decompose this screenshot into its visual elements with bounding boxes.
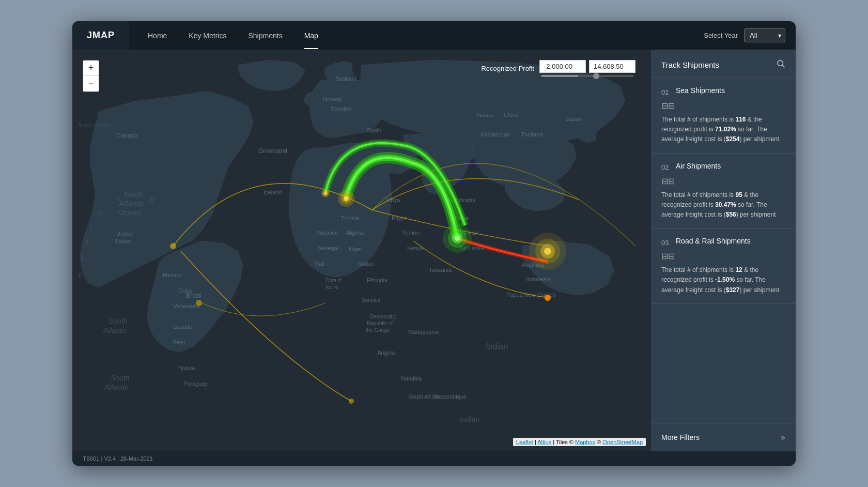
svg-text:Bolivia: Bolivia (178, 365, 195, 371)
svg-text:Tunisia: Tunisia (341, 215, 360, 221)
panel-header: Track Shipments (651, 50, 796, 78)
svg-text:Kenya: Kenya (407, 245, 424, 251)
map-attribution: Leaflet | Altius | Tiles © Mapbox © Open… (513, 438, 646, 446)
attr-leaflet[interactable]: Leaflet (516, 439, 533, 445)
attr-separator2: | Tiles © (553, 439, 575, 445)
nav-home[interactable]: Home (140, 22, 175, 49)
svg-text:Somalia: Somalia (362, 297, 381, 303)
zoom-out-button[interactable]: − (83, 76, 99, 92)
svg-text:Yemen: Yemen (402, 230, 420, 236)
profit-slider-container (539, 60, 636, 77)
right-panel: Track Shipments 01 Sea Shipments ⊟⊟ The … (651, 50, 796, 451)
svg-point-85 (170, 243, 176, 249)
rail-icon: ⊟⊟ (661, 251, 785, 261)
main-content: Canada United States Mexico Venezuela Ec… (72, 50, 796, 451)
svg-text:Mozambique: Mozambique (434, 393, 467, 400)
profit-filter: Recognized Profit (481, 60, 636, 77)
zoom-in-button[interactable]: + (83, 60, 99, 76)
svg-text:Greenland: Greenland (258, 147, 287, 155)
main-nav: Home Key Metrics Shipments Map (129, 22, 704, 49)
svg-text:Namibia: Namibia (401, 375, 422, 382)
svg-text:Russia: Russia (475, 112, 493, 118)
svg-text:h: h (150, 195, 154, 204)
sea-icon: ⊟⊟ (661, 101, 785, 111)
year-select[interactable]: All 2020 2021 2019 (744, 28, 785, 42)
svg-point-73 (344, 196, 349, 201)
air-icon: ⊟⊟ (661, 176, 785, 186)
profit-inputs (539, 60, 636, 73)
svg-text:Democratic: Democratic (370, 314, 396, 319)
svg-text:the Congo: the Congo (366, 327, 390, 333)
sea-desc: The total # of shipments is 116 & the re… (661, 115, 785, 145)
svg-text:Kazakhstan: Kazakhstan (481, 131, 510, 138)
svg-text:Spain: Spain (367, 127, 381, 133)
air-count: 95 (735, 191, 742, 199)
profit-label: Recognized Profit (481, 65, 534, 72)
app-frame: JMAP Home Key Metrics Shipments Map Sele… (72, 21, 796, 466)
profit-max-input[interactable] (589, 60, 636, 73)
year-select-wrapper: All 2020 2021 2019 (744, 28, 785, 42)
svg-text:Atlantic: Atlantic (104, 383, 128, 391)
air-shipments-item: 02 Air Shipments ⊟⊟ The total # of shipm… (651, 154, 796, 229)
nav-shipments[interactable]: Shipments (240, 22, 290, 49)
svg-text:Indian: Indian (486, 342, 508, 351)
zoom-controls: + − (83, 60, 99, 92)
svg-text:Angola: Angola (377, 349, 395, 356)
search-icon[interactable] (776, 59, 785, 70)
profit-range-slider[interactable] (541, 75, 634, 77)
air-number: 02 (661, 163, 672, 171)
air-type: Air Shipments (676, 162, 721, 170)
nav-map[interactable]: Map (296, 22, 327, 49)
svg-text:Sweden: Sweden (331, 105, 351, 112)
map-area: Canada United States Mexico Venezuela Ec… (72, 50, 651, 451)
year-label: Select Year (704, 32, 738, 39)
svg-text:South: South (111, 374, 130, 382)
more-filters-button[interactable]: More Filters » (651, 423, 796, 451)
svg-text:Indian: Indian (460, 415, 479, 423)
more-filters-arrow-icon: » (781, 433, 785, 442)
svg-point-75 (323, 191, 328, 195)
svg-text:Ecuador: Ecuador (173, 324, 194, 330)
svg-text:Ivoire: Ivoire (326, 284, 338, 290)
rail-pct: -1.50% (715, 276, 735, 283)
svg-text:Senegal: Senegal (318, 245, 338, 251)
attr-mapbox[interactable]: Mapbox (575, 439, 595, 445)
rail-number: 03 (661, 239, 672, 247)
svg-text:Madagascar: Madagascar (408, 329, 440, 335)
attr-altius[interactable]: Altius (537, 439, 551, 445)
svg-text:Norway: Norway (323, 96, 343, 102)
header: JMAP Home Key Metrics Shipments Map Sele… (72, 21, 796, 50)
svg-text:Arctic Ocean: Arctic Ocean (77, 122, 110, 128)
profit-min-input[interactable] (539, 60, 586, 73)
svg-point-86 (196, 300, 202, 306)
svg-text:Ethiopia: Ethiopia (367, 277, 388, 283)
rail-count: 12 (735, 266, 742, 273)
svg-text:Japan: Japan (566, 116, 581, 122)
svg-point-87 (349, 399, 354, 404)
header-right: Select Year All 2020 2021 2019 (704, 28, 796, 42)
sea-header-row: 01 Sea Shipments (661, 86, 785, 98)
svg-text:Cote d': Cote d' (326, 278, 342, 283)
svg-point-84 (545, 295, 551, 301)
rail-type: Road & Rail Shipments (676, 237, 751, 245)
svg-text:Canada: Canada (116, 132, 138, 139)
svg-text:Tanzania: Tanzania (429, 267, 452, 273)
svg-text:Paraguay: Paraguay (183, 381, 208, 387)
air-pct: 30.47% (715, 201, 736, 208)
air-header-row: 02 Air Shipments (661, 162, 785, 173)
svg-text:c: c (98, 208, 102, 217)
more-filters-label: More Filters (661, 433, 700, 442)
attr-separator3: © (597, 439, 602, 445)
sea-cost: $254 (726, 135, 740, 143)
nav-key-metrics[interactable]: Key Metrics (180, 22, 235, 49)
attr-osm[interactable]: OpenStreetMap (602, 439, 643, 445)
sea-pct: 71.02% (715, 126, 736, 133)
svg-text:Thailand: Thailand (521, 131, 542, 138)
svg-text:Republic of: Republic of (367, 321, 393, 326)
svg-text:Sudan: Sudan (358, 261, 375, 267)
footer-text: TS001 | V2.4 | 28-Mar-2021 (83, 455, 153, 462)
svg-text:China: China (504, 112, 519, 118)
svg-text:Svalbard: Svalbard (336, 76, 356, 82)
map-background: Canada United States Mexico Venezuela Ec… (72, 50, 651, 451)
air-desc: The total # of shipments is 95 & the rec… (661, 190, 785, 220)
